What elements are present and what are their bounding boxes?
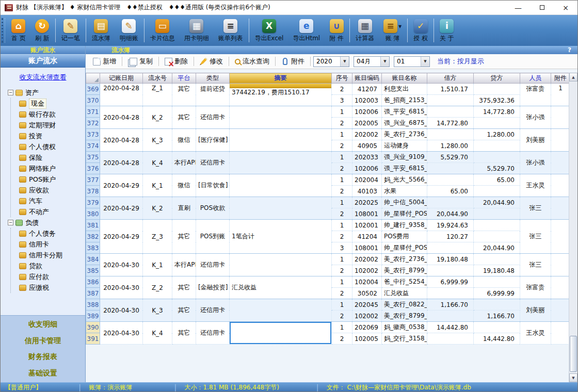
cell-seq[interactable]: 1 — [332, 174, 352, 186]
cell-seq[interactable]: 1 — [332, 152, 352, 163]
row-number[interactable]: 374 — [86, 140, 100, 152]
toolbar-button-about[interactable]: i关 于 — [435, 16, 459, 45]
cell-date[interactable]: 2020-04-28 — [100, 152, 143, 174]
cell-seq[interactable]: 1 — [332, 254, 352, 265]
row-number[interactable]: 383 — [86, 242, 100, 254]
action-button-copy[interactable]: 复制 — [124, 55, 157, 68]
cell-account-code[interactable]: 102006 — [352, 163, 382, 174]
cell-credit[interactable]: 14,442.80 — [474, 333, 520, 345]
tree-item-应收款[interactable]: 应收款 — [19, 185, 85, 195]
cell-debit[interactable]: 14,772.80 — [427, 118, 474, 129]
cell-debit[interactable]: 1,280.00 — [427, 140, 474, 152]
action-button-query[interactable]: 流水查询 — [231, 55, 274, 68]
row-number[interactable]: 371 — [86, 106, 100, 118]
column-header-人员[interactable]: 人员 — [520, 73, 551, 84]
tree-node-资产[interactable]: −资产 — [8, 87, 85, 98]
cell-account-name[interactable]: 美_农行_2736_信 — [382, 254, 427, 265]
cell-seq[interactable]: 2 — [332, 163, 352, 174]
cell-seq[interactable]: 1 — [332, 106, 352, 118]
cell-person[interactable]: 张富贵 — [520, 84, 551, 106]
row-number[interactable]: 390 — [86, 322, 100, 333]
expander-icon[interactable]: − — [8, 90, 13, 95]
row-number[interactable]: 384 — [86, 254, 100, 265]
cell-account-code[interactable]: 202045 — [352, 299, 382, 311]
cell-account-code[interactable]: 102002 — [352, 311, 382, 322]
cell-platform[interactable]: 直刷 — [172, 197, 196, 220]
view-ledger-link[interactable]: 收支流水簿查看 — [1, 73, 85, 82]
cell-flow-no[interactable]: Z_3 — [143, 220, 172, 254]
cell-summary[interactable]: 374422.19，费用1510.17 — [230, 84, 332, 106]
cell-seq[interactable]: 2 — [332, 311, 352, 322]
row-number[interactable]: 382 — [86, 231, 100, 242]
column-header-贷方[interactable]: 贷方 — [474, 73, 520, 84]
cell-seq[interactable]: 1 — [332, 322, 352, 333]
row-number[interactable]: 375 — [86, 152, 100, 163]
cell-credit[interactable]: 20,044.90 — [474, 197, 520, 208]
cell-credit[interactable] — [474, 208, 520, 220]
cell-attachment[interactable] — [551, 152, 570, 174]
tree-item-定期理财[interactable]: 定期理财 — [19, 120, 85, 130]
cell-credit[interactable] — [474, 231, 520, 242]
cell-type[interactable]: 还信用卡 — [196, 106, 230, 129]
cell-credit[interactable]: 6,999.99 — [474, 288, 520, 299]
month-select[interactable]: 04月 ▼ — [354, 56, 390, 67]
cell-account-code[interactable]: 108001 — [352, 242, 382, 254]
cell-credit[interactable] — [474, 299, 520, 311]
cell-type[interactable]: POS到账 — [196, 220, 230, 254]
cell-person[interactable]: 张三 — [520, 197, 551, 220]
tree-item-汽车[interactable]: 汽车 — [19, 195, 85, 206]
cell-account-name[interactable]: 水果 — [382, 186, 427, 197]
cell-account-name[interactable]: 妈_交行_3158_储 — [382, 333, 427, 345]
cell-account-code[interactable]: 202033 — [352, 152, 382, 163]
cell-account-name[interactable]: 帅_星驿付_POS — [382, 242, 427, 254]
tree-item-网络账户[interactable]: 网络账户 — [19, 163, 85, 174]
column-header-借方[interactable]: 借方 — [427, 73, 474, 84]
column-header-附件[interactable]: 附件 — [551, 73, 570, 84]
column-header-序号[interactable]: 序号 — [332, 73, 352, 84]
tree-item-个人债务[interactable]: 个人债务 — [19, 228, 85, 239]
row-number[interactable]: 389 — [86, 311, 100, 322]
cell-credit[interactable]: 65.00 — [474, 174, 520, 186]
sidebar-menu-收支明细[interactable]: 收支明细 — [1, 317, 85, 332]
cell-summary[interactable] — [230, 254, 332, 276]
tree-item-现金[interactable]: 现金 — [19, 98, 85, 109]
cell-flow-no[interactable]: K_1 — [143, 174, 172, 197]
cell-account-name[interactable]: 美_农行_0822_信 — [382, 299, 427, 311]
toolbar-button-ledger[interactable]: ▤流水簿 — [87, 16, 115, 45]
cell-summary[interactable] — [230, 106, 332, 129]
cell-date[interactable]: 2020-04-28 — [100, 106, 143, 129]
cell-credit[interactable] — [474, 220, 520, 231]
cell-person[interactable]: 张三 — [520, 254, 551, 276]
cell-summary[interactable]: 汇兑收益 — [230, 276, 332, 299]
column-header-流水号[interactable]: 流水号 — [143, 73, 172, 84]
cell-account-code[interactable]: 202025 — [352, 197, 382, 208]
row-number[interactable]: 373 — [86, 129, 100, 140]
cell-summary[interactable] — [230, 129, 332, 152]
cell-account-code[interactable]: 102003 — [352, 95, 382, 106]
column-header-账目名称[interactable]: 账目名称 — [382, 73, 427, 84]
cell-account-name[interactable]: 美_农行_2736_信 — [382, 129, 427, 140]
cell-account-name[interactable]: POS费用 — [382, 231, 427, 242]
cell-credit[interactable]: 20,044.90 — [474, 242, 520, 254]
cell-debit[interactable] — [427, 163, 474, 174]
toolbar-button-home[interactable]: ⌂首 页 — [7, 16, 30, 45]
cell-debit[interactable] — [427, 333, 474, 345]
cell-debit[interactable] — [427, 265, 474, 276]
cell-debit[interactable]: 1,166.70 — [427, 299, 474, 311]
row-number[interactable]: 376 — [86, 163, 100, 174]
row-number[interactable]: 386 — [86, 276, 100, 288]
row-number[interactable]: 378 — [86, 186, 100, 197]
cell-date[interactable]: 2020-04-30 — [100, 276, 143, 299]
help-icon[interactable]: ? — [568, 46, 571, 54]
vertical-scrollbar[interactable]: ▲ ▼ — [569, 73, 577, 382]
cell-summary[interactable] — [230, 174, 332, 197]
cell-seq[interactable]: 1 — [332, 299, 352, 311]
cell-account-code[interactable]: 202004 — [352, 174, 382, 186]
toolbar-button-card[interactable]: ▭卡片信息 — [146, 16, 180, 45]
cell-person[interactable]: 张富贵 — [520, 276, 551, 299]
toolbar-button-calculator[interactable]: ▦计算器 — [351, 16, 379, 45]
cell-person[interactable]: 王水灵 — [520, 174, 551, 197]
cell-platform[interactable]: 本行APP — [172, 254, 196, 276]
cell-debit[interactable]: 5,529.70 — [427, 152, 474, 163]
cell-credit[interactable] — [474, 254, 520, 265]
